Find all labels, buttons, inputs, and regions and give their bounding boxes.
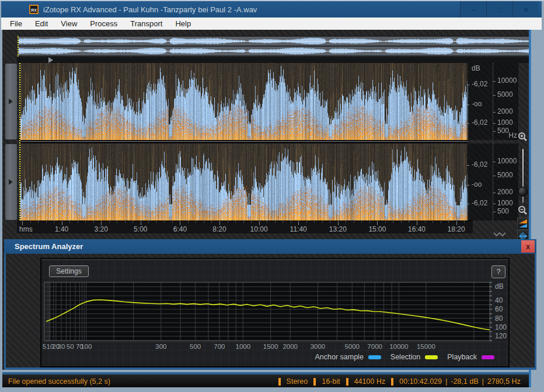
spectrum-plot[interactable]: dB40608010012051020305070100300500700100… [41, 259, 508, 366]
frequency-label: 5000 [497, 90, 513, 99]
status-separator: | [482, 377, 484, 386]
plot-freq-label: 700 [214, 343, 225, 350]
ruler-tick [275, 221, 276, 223]
legend-swatch [368, 355, 381, 359]
frequency-tick [493, 162, 496, 162]
legend-swatch [482, 355, 494, 359]
ruler-tick [267, 221, 267, 223]
ruler-tick [346, 221, 346, 223]
playhead-marker-icon[interactable] [48, 57, 53, 63]
plot-freq-label: 50 [67, 343, 74, 350]
plot-freq-label: 2000 [283, 343, 298, 350]
menu-item-process[interactable]: Process [83, 18, 124, 30]
ruler-tick [156, 221, 157, 223]
amplitude-label: -6,02 [472, 80, 487, 88]
status-separator: | [445, 377, 447, 386]
zoom-in-icon[interactable] [518, 132, 528, 142]
ruler-tick [361, 221, 362, 223]
ruler-tick [235, 221, 236, 223]
ruler-tick [448, 221, 449, 223]
marker-strip[interactable] [17, 57, 531, 63]
window-titlebar[interactable]: RX iZotope RX Advanced - Paul Kuhn -Tanz… [1, 1, 542, 18]
ruler-tick [306, 221, 307, 223]
ruler-tick [22, 221, 23, 225]
legend-label: Anchor sample [315, 353, 363, 361]
frequency-tick [493, 204, 496, 204]
time-label: 18:20 [448, 225, 465, 233]
ruler-tick [401, 221, 402, 223]
app-icon-text: RX [31, 8, 37, 13]
spectrum-analyzer-close-button[interactable]: x [521, 240, 535, 253]
plot-freq-label: 5000 [344, 343, 360, 350]
frequency-label: 10000 [497, 76, 517, 85]
amplitude-tick [467, 185, 469, 186]
ruler-tick [164, 221, 165, 223]
spectrum-analyzer-titlebar[interactable]: Spectrum Analyzer x [4, 239, 536, 254]
time-ruler[interactable]: hms 1:403:205:006:408:2010:0011:4013:201… [17, 220, 473, 233]
ruler-tick [251, 221, 252, 223]
db-unit-label: dB [472, 64, 480, 72]
ruler-tick [338, 221, 339, 225]
spectrogram[interactable] [19, 63, 468, 220]
waveform-overview[interactable] [18, 36, 531, 57]
channel1-tab[interactable] [5, 63, 18, 140]
help-button[interactable]: ? [491, 265, 505, 278]
ruler-tick [78, 221, 78, 223]
frequency-scale: 10000500020001000500 [493, 144, 518, 220]
spectrum-analyzer-title: Spectrum Analyzer [15, 242, 83, 251]
hz-unit-label: Hz [508, 131, 517, 139]
frequency-tick [493, 192, 496, 193]
legend-swatch [425, 355, 438, 359]
ruler-tick [46, 221, 47, 223]
ruler-tick [204, 221, 204, 223]
status-cursor-level: -28,1 dB [451, 377, 479, 386]
time-ruler-unit: hms [19, 225, 33, 233]
legend-label: Playback [447, 353, 477, 361]
spectrogram-waveform-icon [518, 218, 528, 229]
time-label: 10:00 [250, 225, 268, 233]
ruler-resize-icon[interactable] [491, 232, 508, 239]
time-label: 1:40 [55, 225, 68, 233]
zoom-slider-knob[interactable] [518, 187, 528, 197]
status-separator [278, 378, 281, 386]
amplitude-tick [467, 165, 469, 166]
minimize-button[interactable]: – [460, 1, 486, 18]
legend-item: Playback [447, 353, 494, 361]
ruler-tick [172, 221, 173, 223]
ruler-tick [93, 221, 94, 223]
overview-canvas[interactable] [19, 36, 530, 56]
settings-button[interactable]: Settings [49, 265, 89, 277]
plot-freq-label: 100 [81, 343, 92, 350]
ruler-tick [243, 221, 244, 223]
amplitude-label: -6,02 [472, 160, 487, 169]
spectrogram-view-button[interactable] [517, 217, 529, 230]
frequency-label: 10000 [497, 157, 517, 165]
ruler-tick [109, 221, 110, 223]
menu-item-view[interactable]: View [54, 18, 83, 30]
menu-item-help[interactable]: Help [169, 18, 197, 30]
menu-item-file[interactable]: File [4, 18, 29, 30]
menu-item-edit[interactable]: Edit [29, 18, 54, 30]
frequency-scale: 10000500020001000500Hz [493, 63, 518, 140]
amplitude-tick [467, 104, 469, 105]
spectrogram-canvas[interactable] [20, 63, 468, 220]
ruler-tick [409, 221, 409, 223]
time-label: 16:40 [408, 225, 426, 233]
spectrum-analyzer-window[interactable]: Spectrum Analyzer x dB406080100120510203… [4, 239, 536, 370]
frequency-label: 500 [497, 207, 509, 215]
ruler-tick [283, 221, 283, 223]
maximize-button[interactable]: □ [486, 1, 512, 18]
ruler-tick [38, 221, 39, 223]
status-separator [346, 378, 348, 386]
zoom-out-icon[interactable] [518, 205, 528, 216]
ruler-tick [314, 221, 315, 223]
status-cursor-time: 00:10:42.029 [399, 377, 442, 386]
channel2-tab[interactable] [5, 144, 18, 220]
close-button[interactable]: × [512, 1, 539, 18]
plot-freq-label: 15000 [417, 343, 435, 350]
plot-freq-label: 5 [43, 343, 46, 350]
ruler-tick [69, 221, 70, 223]
menu-item-transport[interactable]: Transport [124, 18, 169, 30]
ruler-tick [433, 221, 433, 223]
time-label: 5:00 [134, 225, 147, 233]
